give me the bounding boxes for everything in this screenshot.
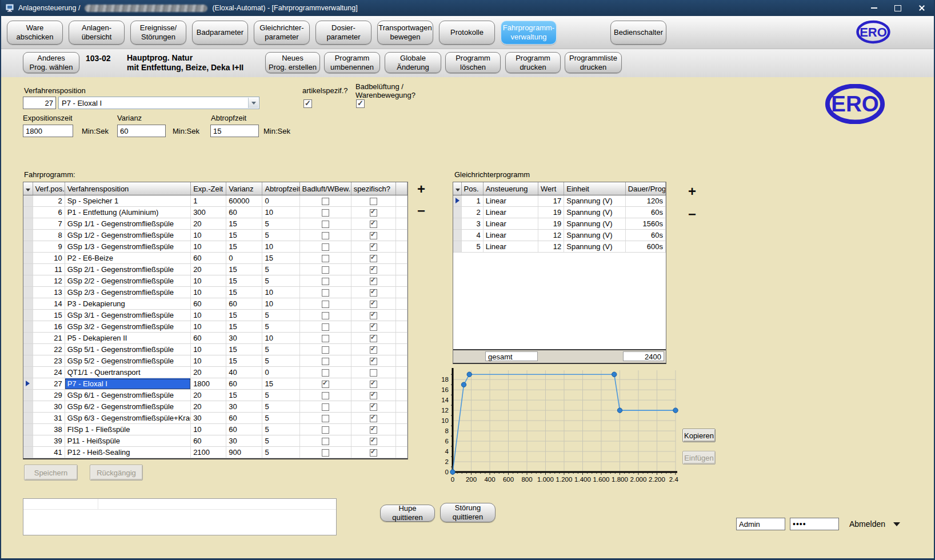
cell-wert[interactable]: 12 bbox=[538, 230, 564, 241]
row-indicator-cell[interactable] bbox=[23, 344, 33, 355]
cell-varianz[interactable]: 60 bbox=[226, 207, 262, 218]
row-indicator-cell[interactable] bbox=[453, 241, 461, 253]
cell-varianz[interactable]: 15 bbox=[226, 230, 262, 241]
cell-expzeit[interactable]: 60 bbox=[191, 253, 226, 264]
cell-expzeit[interactable]: 20 bbox=[191, 401, 226, 413]
cell-verfpos[interactable]: 7 bbox=[33, 218, 65, 230]
spezifisch-checkbox[interactable] bbox=[370, 403, 377, 411]
column-header-verfahrensposition[interactable]: Verfahrensposition bbox=[65, 182, 190, 195]
cell-abtropfzeit[interactable]: 5 bbox=[262, 230, 299, 241]
gleichrichter-add-button[interactable]: + bbox=[685, 185, 697, 198]
cell-wert[interactable]: 19 bbox=[538, 207, 564, 218]
cell-verfpos[interactable]: 13 bbox=[33, 287, 65, 298]
speichern-button[interactable]: Speichern bbox=[24, 465, 78, 481]
cell-expzeit[interactable]: 10 bbox=[191, 344, 226, 355]
cell-expzeit[interactable]: 10 bbox=[191, 241, 226, 253]
table-row[interactable]: 14P3 - Dekapierung606010 bbox=[23, 298, 407, 310]
cell-varianz[interactable]: 15 bbox=[226, 218, 262, 230]
cell-abtropfzeit[interactable]: 10 bbox=[262, 241, 299, 253]
abtropfzeit-input[interactable] bbox=[210, 125, 259, 137]
spezifisch-checkbox[interactable] bbox=[370, 278, 377, 285]
cell-verfahrensposition[interactable]: GSp 2/3 - Gegenstromfließspüle bbox=[65, 287, 190, 298]
cell-einheit[interactable]: Spannung (V) bbox=[564, 241, 625, 253]
cell-pos[interactable]: 1 bbox=[461, 195, 483, 207]
cell-verfahrensposition[interactable]: GSp 1/1 - Gegenstromfließspüle bbox=[65, 218, 190, 230]
cell-verfpos[interactable]: 11 bbox=[33, 264, 65, 275]
varianz-input[interactable] bbox=[117, 125, 166, 137]
cell-verfahrensposition[interactable]: P2 - E6-Beize bbox=[65, 253, 190, 264]
table-row[interactable]: 41P12 - Heiß-Sealing21009005 bbox=[23, 447, 407, 458]
table-row[interactable]: 13GSp 2/3 - Gegenstromfließspüle101510 bbox=[23, 287, 407, 298]
cell-varianz[interactable]: 15 bbox=[226, 321, 262, 333]
cell-verfahrensposition[interactable]: FISp 1 - Fließspüle bbox=[65, 424, 190, 435]
neues-prog-erstellen-button[interactable]: Neues Prog. erstellen bbox=[265, 52, 320, 73]
table-row[interactable]: 16GSp 3/2 - Gegenstromfließspüle10155 bbox=[23, 321, 407, 333]
cell-verfpos[interactable]: 10 bbox=[33, 253, 65, 264]
cell-dauer[interactable]: 600s bbox=[625, 241, 665, 253]
badluft-checkbox[interactable] bbox=[322, 209, 329, 217]
cell-verfahrensposition[interactable]: QT1/1 - Quertransport bbox=[65, 367, 190, 378]
cell-verfpos[interactable]: 2 bbox=[33, 195, 65, 207]
cell-dauer[interactable]: 60s bbox=[625, 230, 665, 241]
row-indicator-cell[interactable] bbox=[23, 435, 33, 447]
badluft-checkbox[interactable] bbox=[322, 449, 329, 457]
cell-verfahrensposition[interactable]: P5 - Dekapieren II bbox=[65, 333, 190, 344]
cell-varianz[interactable]: 15 bbox=[226, 241, 262, 253]
badluft-checkbox[interactable] bbox=[322, 243, 329, 251]
row-indicator-cell[interactable] bbox=[23, 298, 33, 310]
nav-tab-gleichrichter-parameter[interactable]: Gleichrichter- parameter bbox=[254, 21, 310, 45]
spezifisch-checkbox[interactable] bbox=[370, 198, 377, 205]
cell-pos[interactable]: 4 bbox=[461, 230, 483, 241]
spezifisch-checkbox[interactable] bbox=[370, 209, 377, 217]
cell-verfpos[interactable]: 41 bbox=[33, 447, 65, 458]
table-row[interactable]: 27P7 - Eloxal I18006015 bbox=[23, 378, 407, 390]
cell-einheit[interactable]: Spannung (V) bbox=[564, 218, 625, 230]
spezifisch-checkbox[interactable] bbox=[370, 266, 377, 274]
cell-varianz[interactable]: 15 bbox=[226, 344, 262, 355]
table-row[interactable]: 21P5 - Dekapieren II603010 bbox=[23, 333, 407, 344]
cell-wert[interactable]: 17 bbox=[538, 195, 564, 207]
table-row[interactable]: 15GSp 3/1 - Gegenstromfließspüle10155 bbox=[23, 310, 407, 321]
cell-verfahrensposition[interactable]: P12 - Heiß-Sealing bbox=[65, 447, 190, 458]
table-row[interactable]: 9GSp 1/3 - Gegenstromfließspüle101510 bbox=[23, 241, 407, 253]
cell-verfpos[interactable]: 23 bbox=[33, 355, 65, 367]
cell-verfpos[interactable]: 6 bbox=[33, 207, 65, 218]
cell-abtropfzeit[interactable]: 5 bbox=[262, 413, 299, 424]
table-row[interactable]: 7GSp 1/1 - Gegenstromfließspüle20155 bbox=[23, 218, 407, 230]
row-indicator-cell[interactable] bbox=[23, 401, 33, 413]
cell-verfpos[interactable]: 15 bbox=[33, 310, 65, 321]
badluft-checkbox[interactable] bbox=[322, 426, 329, 434]
row-indicator-cell[interactable] bbox=[23, 253, 33, 264]
cell-abtropfzeit[interactable]: 5 bbox=[262, 401, 299, 413]
cell-expzeit[interactable]: 60 bbox=[191, 298, 226, 310]
spezifisch-checkbox[interactable] bbox=[370, 312, 377, 319]
cell-expzeit[interactable]: 300 bbox=[191, 207, 226, 218]
cell-abtropfzeit[interactable]: 5 bbox=[262, 447, 299, 458]
cell-abtropfzeit[interactable]: 10 bbox=[262, 287, 299, 298]
cell-wert[interactable]: 19 bbox=[538, 218, 564, 230]
cell-pos[interactable]: 3 bbox=[461, 218, 483, 230]
kopieren-button[interactable]: Kopieren bbox=[682, 429, 716, 442]
spezifisch-checkbox[interactable] bbox=[370, 346, 377, 354]
grid-menu-icon[interactable] bbox=[26, 189, 30, 191]
cell-verfpos[interactable]: 9 bbox=[33, 241, 65, 253]
grid-menu-icon[interactable] bbox=[455, 189, 460, 191]
cell-expzeit[interactable]: 20 bbox=[191, 367, 226, 378]
badluft-checkbox[interactable] bbox=[322, 438, 329, 445]
cell-expzeit[interactable]: 10 bbox=[191, 275, 226, 287]
table-row[interactable]: 10P2 - E6-Beize60015 bbox=[23, 253, 407, 264]
cell-varianz[interactable]: 60 bbox=[226, 424, 262, 435]
nav-tab-ereignisse-störungen[interactable]: Ereignisse/ Störungen bbox=[130, 21, 186, 45]
badluft-checkbox[interactable] bbox=[322, 369, 329, 377]
programmliste-drucken-button[interactable]: Programmliste drucken bbox=[565, 52, 622, 73]
cell-verfpos[interactable]: 29 bbox=[33, 390, 65, 401]
cell-wert[interactable]: 12 bbox=[538, 241, 564, 253]
spezifisch-checkbox[interactable] bbox=[370, 426, 377, 434]
cell-expzeit[interactable]: 20 bbox=[191, 390, 226, 401]
cell-varianz[interactable]: 40 bbox=[226, 367, 262, 378]
row-indicator-cell[interactable] bbox=[23, 390, 33, 401]
table-row[interactable]: 30GSp 6/2 - Gegenstromfließspüle20305 bbox=[23, 401, 407, 413]
cell-expzeit[interactable]: 20 bbox=[191, 264, 226, 275]
cell-varianz[interactable]: 15 bbox=[226, 355, 262, 367]
programm-löschen-button[interactable]: Programm löschen bbox=[445, 52, 501, 73]
